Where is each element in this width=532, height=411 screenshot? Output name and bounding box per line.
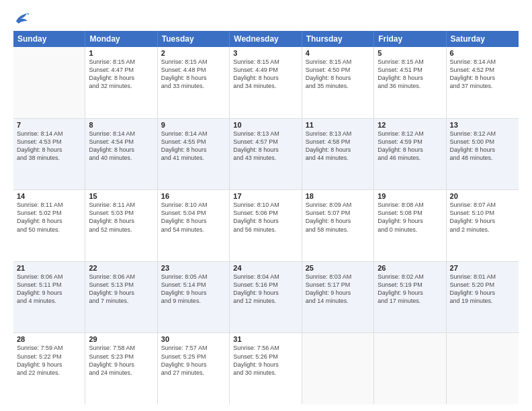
cell-line: Sunrise: 8:09 AM	[306, 201, 370, 209]
calendar-cell: 9Sunrise: 8:14 AMSunset: 4:55 PMDaylight…	[158, 119, 230, 190]
calendar-cell: 21Sunrise: 8:06 AMSunset: 5:11 PMDayligh…	[13, 262, 85, 333]
cell-line: Sunrise: 8:03 AM	[306, 273, 370, 281]
calendar-cell: 27Sunrise: 8:01 AMSunset: 5:20 PMDayligh…	[447, 262, 519, 333]
cell-line: Sunrise: 8:04 AM	[233, 273, 298, 281]
day-number: 27	[450, 264, 515, 272]
cell-line: Daylight: 8 hours	[306, 217, 370, 225]
calendar-cell	[302, 333, 374, 404]
cell-line: Daylight: 8 hours	[17, 217, 81, 225]
calendar-row-2: 14Sunrise: 8:11 AMSunset: 5:02 PMDayligh…	[13, 190, 519, 262]
cell-line: Sunrise: 8:12 AM	[450, 130, 515, 138]
calendar-cell: 20Sunrise: 8:07 AMSunset: 5:10 PMDayligh…	[447, 190, 519, 261]
cell-line: Sunset: 5:00 PM	[450, 138, 515, 146]
cell-line: Sunrise: 8:05 AM	[161, 273, 226, 281]
cell-line: and 9 minutes.	[161, 297, 226, 305]
cell-line: Sunrise: 8:14 AM	[450, 58, 515, 66]
day-number: 16	[161, 192, 226, 200]
day-number: 22	[89, 264, 153, 272]
cell-line: Sunrise: 8:15 AM	[233, 58, 298, 66]
cell-line: Sunrise: 7:56 AM	[233, 344, 298, 352]
cell-line: Sunset: 5:02 PM	[17, 209, 81, 217]
calendar-cell: 16Sunrise: 8:10 AMSunset: 5:04 PMDayligh…	[158, 190, 230, 261]
cell-line: and 14 minutes.	[306, 297, 370, 305]
logo	[13, 12, 30, 24]
cell-line: and 37 minutes.	[450, 82, 515, 90]
header-day-sunday: Sunday	[13, 31, 85, 47]
cell-line: and 2 minutes.	[450, 226, 515, 234]
cell-line: Sunset: 5:07 PM	[306, 209, 370, 217]
cell-line: and 48 minutes.	[450, 154, 515, 162]
cell-line: Sunrise: 8:13 AM	[306, 130, 370, 138]
cell-line: Sunrise: 8:14 AM	[17, 130, 81, 138]
cell-line: Daylight: 9 hours	[450, 217, 515, 225]
cell-line: Sunset: 4:48 PM	[161, 66, 226, 74]
cell-line: Daylight: 8 hours	[89, 74, 153, 82]
cell-line: Sunrise: 8:12 AM	[378, 130, 442, 138]
calendar-cell: 22Sunrise: 8:06 AMSunset: 5:13 PMDayligh…	[85, 262, 157, 333]
cell-line: Daylight: 9 hours	[378, 217, 442, 225]
cell-line: Daylight: 8 hours	[161, 146, 226, 154]
cell-line: and 4 minutes.	[17, 297, 81, 305]
header-day-friday: Friday	[374, 31, 446, 47]
cell-line: Sunset: 4:54 PM	[89, 138, 153, 146]
day-number: 20	[450, 192, 515, 200]
calendar-cell: 1Sunrise: 8:15 AMSunset: 4:47 PMDaylight…	[85, 47, 157, 118]
cell-line: Daylight: 8 hours	[378, 146, 442, 154]
cell-line: and 7 minutes.	[89, 297, 153, 305]
cell-line: and 24 minutes.	[89, 369, 153, 377]
calendar-header: SundayMondayTuesdayWednesdayThursdayFrid…	[13, 31, 519, 47]
calendar-cell	[13, 47, 85, 118]
calendar-cell: 3Sunrise: 8:15 AMSunset: 4:49 PMDaylight…	[230, 47, 302, 118]
cell-line: Daylight: 9 hours	[17, 361, 81, 369]
cell-line: Sunrise: 8:11 AM	[17, 201, 81, 209]
header	[13, 12, 519, 24]
cell-line: Daylight: 8 hours	[89, 217, 153, 225]
cell-line: Sunset: 5:11 PM	[17, 281, 81, 289]
day-number: 24	[233, 264, 298, 272]
cell-line: Daylight: 8 hours	[89, 146, 153, 154]
calendar-cell	[447, 333, 519, 404]
page: SundayMondayTuesdayWednesdayThursdayFrid…	[0, 0, 532, 411]
day-number: 5	[378, 49, 442, 57]
cell-line: Sunrise: 8:06 AM	[17, 273, 81, 281]
calendar-row-0: 1Sunrise: 8:15 AMSunset: 4:47 PMDaylight…	[13, 47, 519, 119]
cell-line: Sunrise: 8:11 AM	[89, 201, 153, 209]
calendar-cell: 11Sunrise: 8:13 AMSunset: 4:58 PMDayligh…	[302, 119, 374, 190]
calendar-cell: 6Sunrise: 8:14 AMSunset: 4:52 PMDaylight…	[447, 47, 519, 118]
calendar-cell: 23Sunrise: 8:05 AMSunset: 5:14 PMDayligh…	[158, 262, 230, 333]
cell-line: and 38 minutes.	[17, 154, 81, 162]
day-number: 28	[17, 335, 81, 343]
cell-line: Sunset: 5:16 PM	[233, 281, 298, 289]
cell-line: Daylight: 9 hours	[450, 289, 515, 297]
calendar-cell: 14Sunrise: 8:11 AMSunset: 5:02 PMDayligh…	[13, 190, 85, 261]
cell-line: Sunrise: 8:15 AM	[89, 58, 153, 66]
cell-line: Sunset: 4:53 PM	[17, 138, 81, 146]
day-number: 30	[161, 335, 226, 343]
calendar-cell: 8Sunrise: 8:14 AMSunset: 4:54 PMDaylight…	[85, 119, 157, 190]
calendar-cell	[374, 333, 446, 404]
cell-line: Sunset: 5:06 PM	[233, 209, 298, 217]
cell-line: and 22 minutes.	[17, 369, 81, 377]
calendar-cell: 12Sunrise: 8:12 AMSunset: 4:59 PMDayligh…	[374, 119, 446, 190]
cell-line: Sunrise: 8:06 AM	[89, 273, 153, 281]
cell-line: Sunset: 4:59 PM	[378, 138, 442, 146]
day-number: 21	[17, 264, 81, 272]
day-number: 25	[306, 264, 370, 272]
day-number: 15	[89, 192, 153, 200]
day-number: 14	[17, 192, 81, 200]
cell-line: Sunset: 5:25 PM	[161, 353, 226, 361]
cell-line: Sunset: 5:22 PM	[17, 353, 81, 361]
cell-line: Sunrise: 8:14 AM	[161, 130, 226, 138]
day-number: 10	[233, 121, 298, 129]
cell-line: Daylight: 9 hours	[89, 289, 153, 297]
calendar-cell: 19Sunrise: 8:08 AMSunset: 5:08 PMDayligh…	[374, 190, 446, 261]
cell-line: Sunset: 4:52 PM	[450, 66, 515, 74]
cell-line: and 30 minutes.	[233, 369, 298, 377]
cell-line: Sunset: 5:17 PM	[306, 281, 370, 289]
cell-line: Daylight: 9 hours	[378, 289, 442, 297]
header-day-monday: Monday	[85, 31, 157, 47]
calendar-cell: 24Sunrise: 8:04 AMSunset: 5:16 PMDayligh…	[230, 262, 302, 333]
day-number: 31	[233, 335, 298, 343]
day-number: 3	[233, 49, 298, 57]
calendar-cell: 4Sunrise: 8:15 AMSunset: 4:50 PMDaylight…	[302, 47, 374, 118]
